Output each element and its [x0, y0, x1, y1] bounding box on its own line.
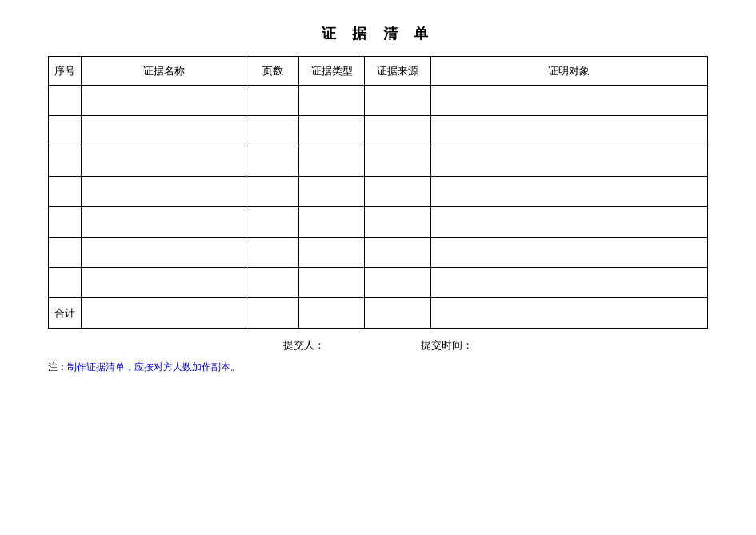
table-row — [49, 238, 708, 268]
submitter-label: 提交人： — [283, 338, 325, 353]
table-row — [49, 177, 708, 207]
footer: 提交人： 提交时间： — [48, 338, 708, 353]
table-row — [49, 207, 708, 238]
table-row — [49, 116, 708, 146]
note-row: 注：制作证据清单，应按对方人数加作副本。 — [48, 361, 708, 374]
header-pages: 页数 — [246, 57, 299, 86]
table-row — [49, 268, 708, 298]
submit-time-label: 提交时间： — [421, 338, 473, 353]
page-title: 证 据 清 单 — [48, 24, 708, 43]
header-type: 证据类型 — [299, 57, 365, 86]
note-text: 制作证据清单，应按对方人数加作副本。 — [67, 361, 240, 373]
table-row — [49, 86, 708, 116]
header-proof: 证明对象 — [430, 57, 707, 86]
table-row — [49, 146, 708, 177]
header-name: 证据名称 — [82, 57, 246, 86]
table-header-row: 序号 证据名称 页数 证据类型 证据来源 证明对象 — [49, 57, 708, 86]
evidence-table: 序号 证据名称 页数 证据类型 证据来源 证明对象 — [48, 56, 708, 329]
note-prefix: 注： — [48, 361, 67, 373]
header-seq: 序号 — [49, 57, 82, 86]
total-row: 合计 — [49, 298, 708, 329]
header-source: 证据来源 — [365, 57, 430, 86]
